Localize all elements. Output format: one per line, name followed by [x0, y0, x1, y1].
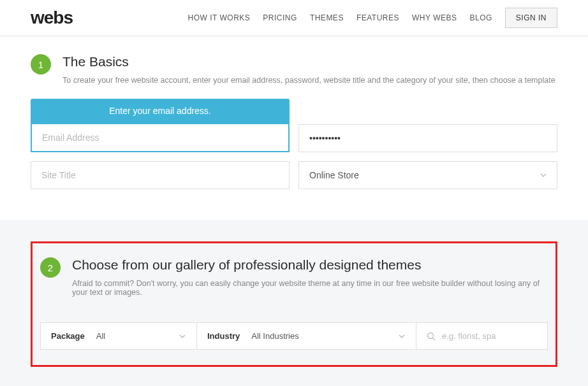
- step2-header: 2 Choose from our gallery of professiona…: [33, 257, 555, 297]
- signin-button[interactable]: SIGN IN: [505, 8, 557, 28]
- step2-title: Choose from our gallery of professionall…: [72, 257, 548, 273]
- email-tooltip: Enter your email address.: [31, 99, 290, 123]
- password-field-wrap: [298, 99, 557, 152]
- theme-filter-bar: Package All Industry All Industries: [40, 322, 548, 350]
- step2-number: 2: [40, 257, 61, 278]
- email-field[interactable]: [31, 123, 290, 152]
- nav-themes[interactable]: THEMES: [310, 13, 344, 22]
- category-select-wrap[interactable]: Online Store: [298, 161, 557, 189]
- step1-header: 1 The Basics To create your free website…: [31, 54, 557, 85]
- chevron-down-icon: [398, 332, 406, 340]
- theme-search-input[interactable]: [442, 331, 537, 341]
- step1-title: The Basics: [62, 54, 555, 69]
- nav-how-it-works[interactable]: HOW IT WORKS: [188, 13, 251, 22]
- nav-features[interactable]: FEATURES: [356, 13, 399, 22]
- search-icon: [427, 332, 436, 341]
- nav-blog[interactable]: BLOG: [469, 13, 492, 22]
- package-filter[interactable]: Package All: [41, 323, 197, 349]
- highlight-box: 2 Choose from our gallery of professiona…: [31, 241, 557, 367]
- nav-pricing[interactable]: PRICING: [263, 13, 297, 22]
- header: webs HOW IT WORKS PRICING THEMES FEATURE…: [0, 0, 588, 36]
- package-value: All: [96, 331, 179, 341]
- package-label: Package: [51, 331, 85, 341]
- email-field-wrap: Enter your email address.: [31, 99, 290, 152]
- svg-point-0: [428, 332, 434, 338]
- svg-line-1: [433, 338, 436, 340]
- industry-filter[interactable]: Industry All Industries: [197, 323, 416, 349]
- site-title-field[interactable]: [31, 161, 290, 189]
- category-select[interactable]: Online Store: [298, 161, 557, 189]
- step1-desc: To create your free website account, ent…: [62, 76, 555, 85]
- step1-section: 1 The Basics To create your free website…: [0, 36, 588, 220]
- theme-search-wrap: [416, 323, 547, 349]
- industry-label: Industry: [207, 331, 240, 341]
- title-field-wrap: [31, 161, 290, 189]
- step2-desc: Afraid to commit? Don't worry, you can e…: [72, 279, 548, 297]
- industry-value: All Industries: [251, 331, 398, 341]
- step1-number: 1: [31, 54, 51, 75]
- nav-why-webs[interactable]: WHY WEBS: [412, 13, 457, 22]
- nav: HOW IT WORKS PRICING THEMES FEATURES WHY…: [188, 8, 557, 28]
- step2-section: 2 Choose from our gallery of professiona…: [0, 220, 588, 386]
- password-field[interactable]: [298, 124, 557, 152]
- chevron-down-icon: [179, 332, 186, 340]
- signup-form: Enter your email address. Online Store: [31, 99, 557, 189]
- logo[interactable]: webs: [31, 8, 73, 28]
